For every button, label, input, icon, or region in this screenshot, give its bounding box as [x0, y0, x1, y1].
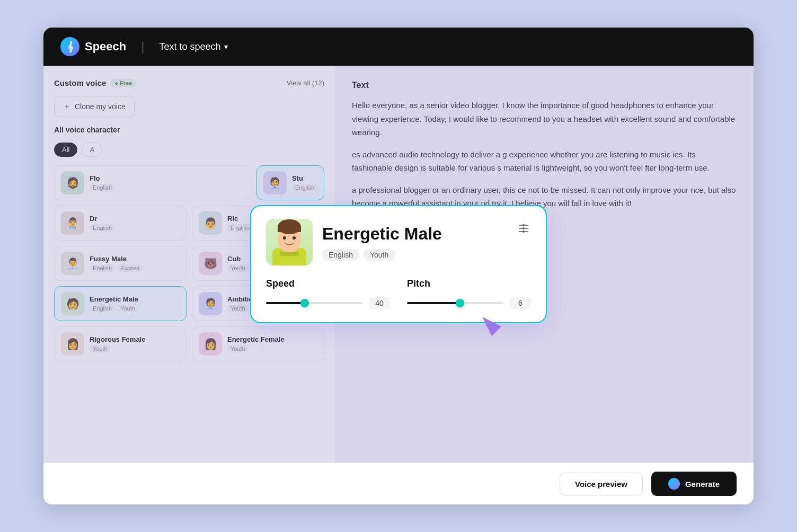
popup-card: Energetic Male English Youth Speed [250, 205, 547, 323]
svg-point-0 [523, 224, 525, 226]
speed-value: 40 [369, 297, 390, 309]
bottom-bar: Voice preview Generate [43, 463, 754, 504]
popup-voice-info: Energetic Male English Youth [322, 224, 442, 261]
speed-label: Speed [266, 278, 390, 289]
logo-area: 𝄞 Speech [60, 37, 126, 56]
voice-preview-button[interactable]: Voice preview [560, 473, 643, 495]
svg-rect-12 [278, 227, 301, 232]
pitch-value: 6 [510, 297, 531, 309]
speed-slider-track[interactable] [266, 302, 362, 304]
main-content: Custom voice ● Free View all (12) ＋ Clon… [43, 66, 754, 463]
pitch-slider-row: 6 [407, 297, 531, 309]
app-logo-icon: 𝄞 [60, 37, 79, 56]
popup-tag-youth: Youth [364, 249, 395, 261]
header-nav-label: Text to speech [160, 41, 221, 52]
app-logo-text: Speech [85, 40, 126, 54]
svg-rect-15 [280, 252, 299, 256]
header-divider: | [141, 39, 144, 54]
popup-voice-name: Energetic Male [322, 224, 442, 244]
speed-slider-row: 40 [266, 297, 390, 309]
popup-tags: English Youth [322, 249, 442, 261]
settings-icon-button[interactable] [514, 219, 533, 238]
pitch-label: Pitch [407, 278, 531, 289]
pitch-slider-track[interactable] [407, 302, 503, 304]
header-nav[interactable]: Text to speech ▾ [160, 41, 228, 52]
generate-icon [668, 478, 680, 490]
svg-point-13 [283, 236, 286, 240]
svg-point-1 [523, 227, 525, 229]
popup-avatar [266, 219, 313, 265]
pitch-control: Pitch 6 [407, 278, 531, 309]
header: 𝄞 Speech | Text to speech ▾ [43, 28, 754, 66]
popup-tag-english: English [322, 249, 359, 261]
svg-marker-16 [482, 317, 501, 336]
svg-point-14 [293, 236, 296, 240]
generate-button[interactable]: Generate [651, 472, 737, 496]
speed-control: Speed 40 [266, 278, 390, 309]
chevron-down-icon: ▾ [224, 42, 228, 51]
svg-point-2 [523, 230, 525, 233]
popup-overlay: Energetic Male English Youth Speed [43, 66, 754, 463]
popup-controls: Speed 40 Pitch [266, 278, 531, 309]
popup-voice-header: Energetic Male English Youth [266, 219, 531, 265]
app-container: 𝄞 Speech | Text to speech ▾ Custom voice… [43, 28, 754, 504]
